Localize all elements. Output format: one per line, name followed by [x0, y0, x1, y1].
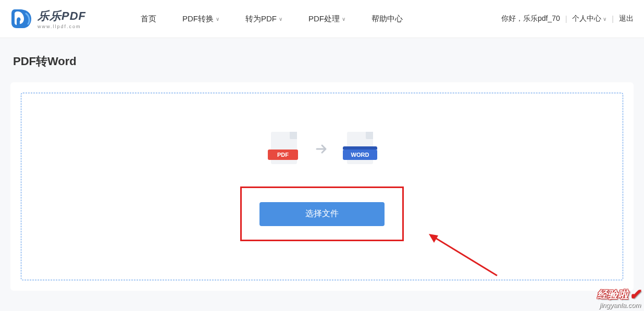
watermark-url: jingyanla.com [597, 301, 641, 309]
main-nav: 首页 PDF转换 ∨ 转为PDF ∨ PDF处理 ∨ 帮助中心 [141, 14, 403, 24]
logo-sub-text: www.llpdf.com [38, 24, 86, 29]
logo-icon [10, 8, 34, 29]
drop-panel: PDF WORD 选择文件 [10, 82, 634, 291]
files-row: PDF WORD [268, 132, 376, 168]
svg-marker-1 [429, 234, 438, 243]
nav-pdf-convert-label: PDF转换 [182, 14, 214, 24]
user-area: 你好，乐乐pdf_70 | 个人中心 ∨ | 退出 [501, 14, 634, 23]
word-file-icon: WORD [344, 132, 376, 168]
page-title: PDF转Word [13, 54, 634, 69]
pdf-file-icon: PDF [268, 132, 300, 168]
user-center-link[interactable]: 个人中心 ∨ [572, 14, 606, 23]
drop-zone[interactable]: PDF WORD 选择文件 [21, 93, 623, 280]
nav-help[interactable]: 帮助中心 [371, 14, 403, 24]
user-center-label: 个人中心 [572, 14, 601, 23]
divider: | [565, 15, 567, 23]
nav-to-pdf-label: 转为PDF [245, 14, 277, 24]
nav-pdf-convert[interactable]: PDF转换 ∨ [182, 14, 219, 24]
nav-help-label: 帮助中心 [371, 14, 403, 24]
header: 乐乐PDF www.llpdf.com 首页 PDF转换 ∨ 转为PDF ∨ P… [0, 0, 644, 38]
nav-home[interactable]: 首页 [141, 14, 156, 24]
highlight-annotation: 选择文件 [240, 186, 404, 241]
chevron-down-icon: ∨ [279, 16, 282, 22]
arrow-right-icon [316, 143, 328, 157]
nav-pdf-process[interactable]: PDF处理 ∨ [308, 14, 345, 24]
nav-pdf-process-label: PDF处理 [308, 14, 340, 24]
arrow-annotation [427, 231, 500, 278]
pdf-badge: PDF [268, 150, 298, 160]
user-greeting: 你好，乐乐pdf_70 [501, 14, 560, 23]
svg-line-0 [433, 237, 497, 276]
chevron-down-icon: ∨ [342, 16, 345, 22]
logo-main-text: 乐乐PDF [38, 8, 86, 24]
chevron-down-icon: ∨ [603, 16, 606, 22]
nav-to-pdf[interactable]: 转为PDF ∨ [245, 14, 282, 24]
logo[interactable]: 乐乐PDF www.llpdf.com [10, 8, 86, 29]
content: PDF转Word PDF WORD [0, 38, 644, 291]
word-badge: WORD [343, 150, 377, 160]
chevron-down-icon: ∨ [216, 16, 219, 22]
nav-home-label: 首页 [141, 14, 156, 24]
divider: | [612, 15, 614, 23]
select-file-button[interactable]: 选择文件 [259, 202, 385, 226]
logout-link[interactable]: 退出 [619, 14, 634, 23]
